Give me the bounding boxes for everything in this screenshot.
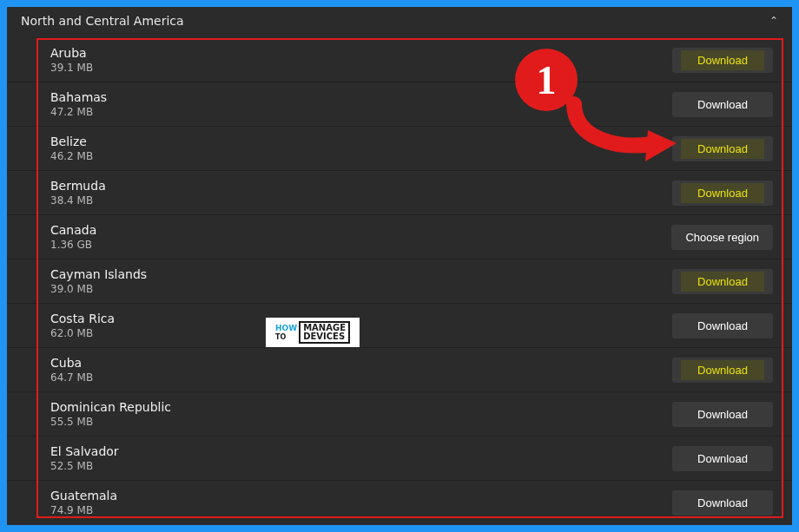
region-row: El Salvador 52.5 MB Download (7, 437, 792, 481)
chevron-up-icon: ⌃ (769, 15, 778, 27)
region-row: Costa Rica 62.0 MB Download (7, 304, 792, 348)
region-size: 64.7 MB (50, 371, 93, 384)
download-button[interactable]: Download (672, 358, 773, 383)
download-button[interactable]: Download (672, 269, 773, 294)
maps-download-panel: North and Central America ⌃ Aruba 39.1 M… (7, 7, 792, 525)
region-name: Cuba (50, 356, 93, 370)
download-button[interactable]: Download (672, 181, 773, 206)
region-row: Cayman Islands 39.0 MB Download (7, 259, 792, 304)
download-button[interactable]: Download (672, 490, 773, 516)
region-name: Dominican Republic (50, 400, 171, 414)
region-size: 52.5 MB (50, 460, 119, 472)
section-header[interactable]: North and Central America ⌃ (7, 7, 792, 35)
download-button[interactable]: Download (672, 136, 773, 161)
region-row: Guatemala 74.9 MB Download (7, 481, 792, 523)
region-size: 47.2 MB (50, 106, 107, 118)
region-row: Canada 1.36 GB Choose region (7, 215, 792, 259)
region-size: 55.5 MB (50, 416, 171, 428)
region-size: 39.0 MB (50, 283, 147, 295)
region-name: Bahamas (50, 90, 107, 104)
region-row: Cuba 64.7 MB Download (7, 348, 792, 392)
region-row: Dominican Republic 55.5 MB Download (7, 392, 792, 437)
region-name: Belize (50, 135, 93, 148)
region-name: Costa Rica (50, 312, 115, 325)
region-size: 1.36 GB (50, 239, 96, 251)
region-size: 38.4 MB (50, 194, 106, 207)
download-button[interactable]: Download (672, 48, 773, 73)
choose-region-button[interactable]: Choose region (671, 225, 773, 250)
region-name: Bermuda (50, 179, 106, 193)
region-row: Aruba 39.1 MB Download (7, 38, 792, 82)
region-name: Canada (50, 223, 96, 237)
region-row: Belize 46.2 MB Download (7, 127, 792, 171)
region-size: 46.2 MB (50, 150, 93, 162)
region-list: Aruba 39.1 MB Download Bahamas 47.2 MB D… (7, 35, 792, 523)
download-button[interactable]: Download (672, 402, 773, 427)
region-row: Bahamas 47.2 MB Download (7, 82, 792, 127)
download-button[interactable]: Download (672, 92, 773, 117)
section-title: North and Central America (21, 14, 184, 28)
region-name: El Salvador (50, 444, 119, 458)
region-size: 62.0 MB (50, 327, 115, 339)
download-button[interactable]: Download (672, 446, 773, 471)
region-name: Cayman Islands (50, 267, 147, 281)
region-name: Aruba (50, 46, 93, 60)
region-size: 74.9 MB (50, 504, 117, 516)
download-button[interactable]: Download (672, 313, 773, 338)
region-row: Bermuda 38.4 MB Download (7, 171, 792, 215)
region-name: Guatemala (50, 489, 117, 502)
region-size: 39.1 MB (50, 62, 93, 74)
